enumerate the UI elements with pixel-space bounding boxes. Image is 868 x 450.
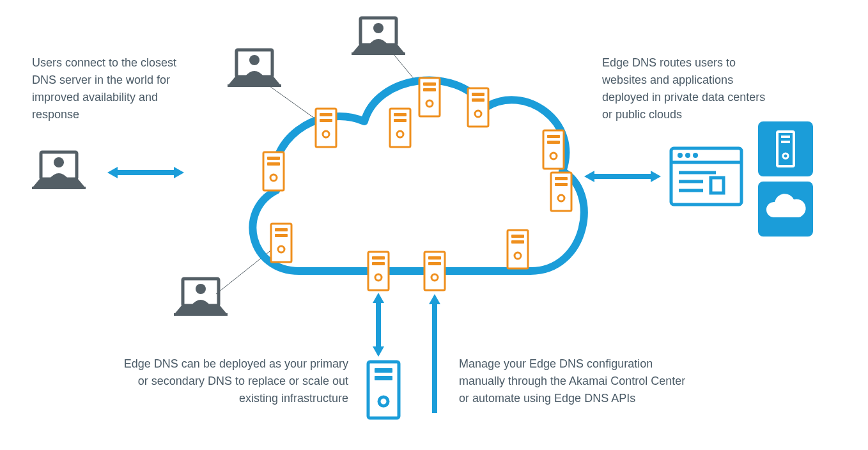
datacenter-tile-icon [758, 121, 813, 176]
dns-server-icon [508, 230, 528, 268]
dns-server-icon [390, 109, 410, 147]
diagram-canvas [0, 0, 868, 450]
dns-server-icon [316, 109, 336, 147]
arrow-management-stem [432, 355, 437, 413]
public-cloud-tile-icon [758, 182, 813, 237]
dns-server-icon [424, 252, 445, 290]
dns-server-icon [543, 130, 564, 169]
browser-window-icon [671, 148, 741, 205]
edge-dns-architecture-diagram: Users connect to the closest DNS server … [0, 0, 868, 450]
dns-server-icon [368, 252, 389, 290]
user-laptop-icon [174, 279, 228, 316]
dns-server-icon [271, 224, 291, 262]
dns-server-icon [468, 88, 488, 127]
dns-servers-group [263, 78, 571, 290]
arrow-primary-secondary [373, 293, 384, 357]
arrow-user-cloud [107, 167, 184, 178]
user-laptop-icon [228, 50, 281, 87]
user-laptop-icon [352, 18, 405, 55]
arrow-management [429, 294, 440, 358]
dns-server-icon [419, 78, 440, 116]
dns-server-icon [551, 173, 571, 211]
dns-server-icon [263, 152, 284, 190]
primary-server-icon [368, 362, 399, 418]
user-laptop-icon [32, 152, 86, 189]
svg-line-32 [216, 244, 279, 294]
arrow-cloud-apps [584, 171, 661, 182]
